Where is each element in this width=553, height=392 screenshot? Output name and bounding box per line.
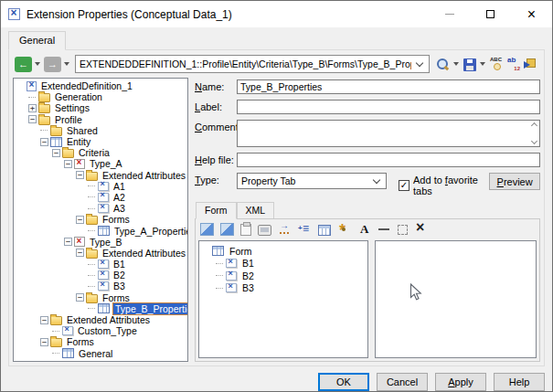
scroll-down-icon[interactable] [530, 138, 537, 144]
form-controls-tree[interactable]: FormB1B2B3 [198, 240, 368, 358]
image-icon[interactable] [200, 223, 214, 236]
tree-item-label: Forms [101, 214, 132, 225]
tree-item-profile[interactable]: −Profile [14, 114, 187, 125]
rename-icon[interactable] [506, 57, 521, 71]
insert-arrow-icon[interactable] [278, 223, 292, 236]
tree-expander-icon[interactable]: − [76, 293, 84, 302]
form-preview-pane[interactable] [375, 240, 537, 358]
folder-icon [38, 93, 50, 102]
tab-form[interactable]: Form [196, 202, 237, 219]
tree-item-type-b-properties[interactable]: Type_B_Properties [14, 303, 187, 314]
clipboard-icon[interactable] [240, 224, 251, 236]
name-label: Name: [195, 79, 237, 92]
name-field[interactable] [237, 79, 540, 94]
save-icon[interactable] [463, 58, 476, 71]
favorite-tabs-option[interactable]: ✓ Add to favorite tabs [399, 173, 489, 196]
delete-icon[interactable] [414, 223, 428, 236]
tree-item-forms[interactable]: −Forms [14, 214, 187, 225]
spell-check-icon[interactable] [490, 57, 505, 71]
maximize-button[interactable] [470, 1, 511, 27]
image-alt-icon[interactable] [220, 223, 234, 236]
options-icon[interactable] [337, 223, 351, 236]
group-box-icon[interactable] [398, 225, 408, 235]
tree-expander-icon[interactable]: − [52, 149, 60, 157]
label-field[interactable] [237, 100, 540, 114]
apply-button[interactable]: Apply [435, 373, 486, 391]
scroll-up-icon[interactable] [530, 122, 537, 129]
tree-item-general[interactable]: General [14, 348, 187, 359]
tree-item-extended-attributes[interactable]: −Extended Attributes [14, 314, 187, 325]
tree-item-form[interactable]: Form [199, 245, 367, 258]
comment-field[interactable] [237, 120, 540, 147]
tree-item-label: B2 [112, 270, 127, 281]
label-label: Label: [195, 100, 237, 112]
extension-object-tree[interactable]: ExtendedDefinition_1Generation+Settings−… [13, 78, 188, 362]
tree-item-forms[interactable]: −Forms [14, 336, 187, 347]
font-icon[interactable] [357, 223, 371, 236]
folder-icon [62, 149, 74, 158]
tree-item-type-a[interactable]: −Type_A [14, 158, 187, 169]
help-button[interactable]: Help [494, 373, 545, 391]
ok-button[interactable]: OK [318, 373, 369, 391]
type-dropdown[interactable]: Property Tab [237, 173, 387, 189]
tree-item-b3[interactable]: B3 [14, 281, 187, 291]
tree-item-label: A3 [112, 203, 127, 214]
navigation-toolbar: ← → [13, 54, 540, 78]
tree-item-b2[interactable]: B2 [199, 270, 367, 282]
forward-menu-caret-icon[interactable] [64, 62, 69, 66]
back-button[interactable]: ← [15, 57, 32, 72]
tree-item-label: Profile [53, 114, 84, 125]
tree-expander-icon[interactable]: − [76, 249, 84, 257]
tree-item-type-b[interactable]: −Type_B [14, 237, 187, 248]
tree-expander-icon[interactable]: − [76, 171, 84, 179]
tree-item-extendeddefinition-1[interactable]: ExtendedDefinition_1 [14, 80, 187, 91]
object-path-input[interactable] [76, 56, 415, 72]
separator-icon[interactable] [378, 223, 391, 236]
search-icon[interactable] [435, 57, 450, 71]
cancel-button[interactable]: Cancel [377, 373, 428, 391]
tree-item-a3[interactable]: A3 [14, 203, 187, 214]
tab-xml[interactable]: XML [237, 202, 275, 218]
control-icon[interactable] [258, 225, 271, 236]
tree-item-b3[interactable]: B3 [199, 282, 367, 295]
tab-general[interactable]: General [8, 31, 66, 50]
forward-button[interactable]: → [44, 57, 61, 72]
tree-connector [216, 288, 223, 289]
tree-expander-icon[interactable]: − [64, 238, 72, 246]
tree-expander-icon[interactable]: − [40, 316, 48, 324]
save-menu-caret-icon[interactable] [480, 62, 485, 66]
tree-item-shared[interactable]: Shared [14, 125, 187, 136]
help-file-label: Help file: [195, 153, 237, 165]
tree-item-settings[interactable]: +Settings [14, 102, 187, 113]
tree-item-type-a-properties[interactable]: Type_A_Properties [14, 225, 187, 236]
help-file-field[interactable] [237, 153, 540, 167]
close-button[interactable]: × [511, 1, 552, 27]
tree-item-custom-type[interactable]: Custom_Type [14, 325, 187, 336]
grid-icon[interactable] [318, 225, 331, 236]
favorite-checkbox[interactable]: ✓ [399, 180, 409, 191]
back-menu-caret-icon[interactable] [35, 62, 40, 66]
form-icon [98, 226, 110, 236]
tree-expander-icon[interactable]: − [40, 138, 48, 146]
tree-expander-icon[interactable]: − [28, 115, 37, 123]
jump-to-icon[interactable] [523, 57, 537, 71]
attr-icon [98, 193, 109, 202]
tree-item-label: Forms [65, 336, 96, 347]
tree-item-criteria[interactable]: −Criteria [14, 147, 187, 158]
minimize-icon [445, 14, 454, 15]
tree-expander-icon[interactable]: − [40, 338, 48, 346]
titlebar: Extension Properties (Conceptual Data_1)… [1, 1, 552, 27]
preview-button[interactable]: Preview [489, 173, 540, 190]
tree-expander-icon[interactable]: + [28, 104, 37, 112]
tree-item-b1[interactable]: B1 [199, 258, 367, 270]
indent-icon[interactable] [298, 223, 312, 236]
tree-expander-icon[interactable]: − [76, 216, 84, 224]
comment-scrollbar[interactable] [528, 121, 539, 146]
search-menu-caret-icon[interactable] [453, 62, 459, 66]
tree-item-generation[interactable]: Generation [14, 91, 187, 102]
combobox-chevron-icon[interactable] [416, 58, 423, 66]
folder-icon [86, 172, 98, 181]
tree-item-entity[interactable]: −Entity [14, 136, 187, 147]
tree-item-label: General [77, 348, 114, 359]
tree-expander-icon[interactable]: − [64, 160, 72, 168]
